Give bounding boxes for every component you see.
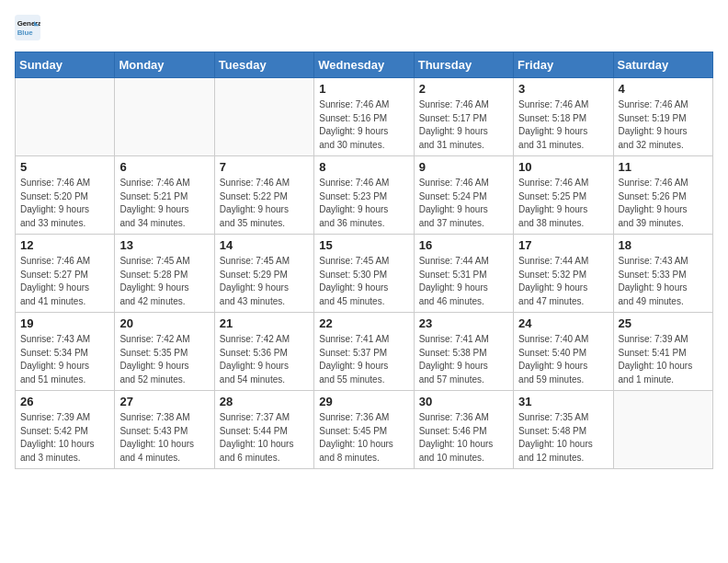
day-detail: Sunrise: 7:35 AM Sunset: 5:48 PM Dayligh… (518, 411, 608, 465)
day-detail: Sunrise: 7:45 AM Sunset: 5:30 PM Dayligh… (319, 255, 408, 308)
calendar-cell: 6Sunrise: 7:46 AM Sunset: 5:21 PM Daylig… (115, 156, 214, 235)
day-number: 24 (518, 316, 608, 330)
calendar-cell: 4Sunrise: 7:46 AM Sunset: 5:19 PM Daylig… (613, 78, 712, 156)
day-detail: Sunrise: 7:46 AM Sunset: 5:25 PM Dayligh… (518, 177, 608, 230)
day-detail: Sunrise: 7:44 AM Sunset: 5:32 PM Dayligh… (518, 255, 608, 308)
calendar-cell: 19Sunrise: 7:43 AM Sunset: 5:34 PM Dayli… (16, 313, 115, 391)
day-number: 19 (20, 316, 109, 330)
day-header-friday: Friday (514, 52, 613, 78)
day-header-tuesday: Tuesday (214, 52, 313, 78)
calendar-cell: 1Sunrise: 7:46 AM Sunset: 5:16 PM Daylig… (314, 78, 414, 156)
day-number: 26 (20, 395, 109, 408)
day-number: 6 (119, 160, 209, 174)
calendar-week-row: 5Sunrise: 7:46 AM Sunset: 5:20 PM Daylig… (16, 156, 713, 235)
day-number: 29 (319, 395, 408, 408)
day-number: 15 (319, 238, 408, 252)
day-header-thursday: Thursday (414, 52, 513, 78)
day-detail: Sunrise: 7:46 AM Sunset: 5:20 PM Dayligh… (20, 177, 109, 230)
day-detail: Sunrise: 7:37 AM Sunset: 5:44 PM Dayligh… (220, 411, 309, 465)
day-detail: Sunrise: 7:39 AM Sunset: 5:42 PM Dayligh… (20, 411, 109, 465)
calendar-cell: 11Sunrise: 7:46 AM Sunset: 5:26 PM Dayli… (613, 156, 712, 235)
day-detail: Sunrise: 7:45 AM Sunset: 5:29 PM Dayligh… (220, 255, 309, 308)
day-number: 1 (319, 82, 408, 96)
calendar-cell: 9Sunrise: 7:46 AM Sunset: 5:24 PM Daylig… (414, 156, 513, 235)
day-detail: Sunrise: 7:46 AM Sunset: 5:21 PM Dayligh… (119, 177, 209, 230)
day-number: 25 (619, 316, 708, 330)
calendar-cell: 22Sunrise: 7:41 AM Sunset: 5:37 PM Dayli… (314, 313, 414, 391)
day-header-saturday: Saturday (613, 52, 712, 78)
calendar-cell: 24Sunrise: 7:40 AM Sunset: 5:40 PM Dayli… (514, 313, 613, 391)
calendar-cell: 12Sunrise: 7:46 AM Sunset: 5:27 PM Dayli… (16, 235, 115, 313)
day-detail: Sunrise: 7:41 AM Sunset: 5:38 PM Dayligh… (419, 333, 508, 386)
calendar-cell: 23Sunrise: 7:41 AM Sunset: 5:38 PM Dayli… (414, 313, 513, 391)
calendar-week-row: 19Sunrise: 7:43 AM Sunset: 5:34 PM Dayli… (16, 313, 713, 391)
day-detail: Sunrise: 7:43 AM Sunset: 5:33 PM Dayligh… (619, 255, 708, 308)
calendar-cell: 25Sunrise: 7:39 AM Sunset: 5:41 PM Dayli… (613, 313, 712, 391)
day-detail: Sunrise: 7:44 AM Sunset: 5:31 PM Dayligh… (419, 255, 508, 308)
day-detail: Sunrise: 7:42 AM Sunset: 5:35 PM Dayligh… (119, 333, 209, 386)
calendar-cell: 28Sunrise: 7:37 AM Sunset: 5:44 PM Dayli… (214, 391, 313, 469)
calendar-cell (115, 78, 214, 156)
day-number: 28 (220, 395, 309, 408)
day-detail: Sunrise: 7:46 AM Sunset: 5:18 PM Dayligh… (518, 98, 608, 152)
calendar-week-row: 26Sunrise: 7:39 AM Sunset: 5:42 PM Dayli… (16, 391, 713, 469)
logo-icon: General Blue (15, 15, 40, 40)
calendar-cell: 18Sunrise: 7:43 AM Sunset: 5:33 PM Dayli… (613, 235, 712, 313)
calendar-cell: 13Sunrise: 7:45 AM Sunset: 5:28 PM Dayli… (115, 235, 214, 313)
day-number: 31 (518, 395, 608, 408)
svg-text:Blue: Blue (17, 29, 34, 37)
day-detail: Sunrise: 7:46 AM Sunset: 5:23 PM Dayligh… (319, 177, 408, 230)
calendar-cell (613, 391, 712, 469)
calendar-cell: 20Sunrise: 7:42 AM Sunset: 5:35 PM Dayli… (115, 313, 214, 391)
day-number: 3 (518, 82, 608, 96)
calendar-cell: 21Sunrise: 7:42 AM Sunset: 5:36 PM Dayli… (214, 313, 313, 391)
day-number: 23 (419, 316, 508, 330)
calendar-header-row: SundayMondayTuesdayWednesdayThursdayFrid… (16, 52, 713, 78)
day-header-monday: Monday (115, 52, 214, 78)
day-detail: Sunrise: 7:46 AM Sunset: 5:19 PM Dayligh… (619, 98, 708, 152)
svg-text:General: General (17, 19, 40, 28)
day-number: 2 (419, 82, 508, 96)
day-header-sunday: Sunday (16, 52, 115, 78)
day-detail: Sunrise: 7:46 AM Sunset: 5:17 PM Dayligh… (419, 98, 508, 152)
calendar-cell: 26Sunrise: 7:39 AM Sunset: 5:42 PM Dayli… (16, 391, 115, 469)
day-number: 27 (119, 395, 209, 408)
day-detail: Sunrise: 7:45 AM Sunset: 5:28 PM Dayligh… (119, 255, 209, 308)
calendar-cell: 29Sunrise: 7:36 AM Sunset: 5:45 PM Dayli… (314, 391, 414, 469)
calendar-cell (214, 78, 313, 156)
day-number: 20 (119, 316, 209, 330)
calendar-cell: 3Sunrise: 7:46 AM Sunset: 5:18 PM Daylig… (514, 78, 613, 156)
day-header-wednesday: Wednesday (314, 52, 414, 78)
day-number: 21 (220, 316, 309, 330)
day-detail: Sunrise: 7:46 AM Sunset: 5:22 PM Dayligh… (220, 177, 309, 230)
day-number: 16 (419, 238, 508, 252)
day-number: 30 (419, 395, 508, 408)
day-number: 10 (518, 160, 608, 174)
calendar-cell: 5Sunrise: 7:46 AM Sunset: 5:20 PM Daylig… (16, 156, 115, 235)
calendar-table: SundayMondayTuesdayWednesdayThursdayFrid… (15, 52, 713, 469)
day-number: 8 (319, 160, 408, 174)
calendar-week-row: 1Sunrise: 7:46 AM Sunset: 5:16 PM Daylig… (16, 78, 713, 156)
day-detail: Sunrise: 7:43 AM Sunset: 5:34 PM Dayligh… (20, 333, 109, 386)
day-number: 13 (119, 238, 209, 252)
day-detail: Sunrise: 7:42 AM Sunset: 5:36 PM Dayligh… (220, 333, 309, 386)
day-detail: Sunrise: 7:46 AM Sunset: 5:16 PM Dayligh… (319, 98, 408, 152)
calendar-cell: 27Sunrise: 7:38 AM Sunset: 5:43 PM Dayli… (115, 391, 214, 469)
day-detail: Sunrise: 7:41 AM Sunset: 5:37 PM Dayligh… (319, 333, 408, 386)
calendar-cell: 10Sunrise: 7:46 AM Sunset: 5:25 PM Dayli… (514, 156, 613, 235)
calendar-week-row: 12Sunrise: 7:46 AM Sunset: 5:27 PM Dayli… (16, 235, 713, 313)
day-number: 17 (518, 238, 608, 252)
day-number: 7 (220, 160, 309, 174)
calendar-cell: 2Sunrise: 7:46 AM Sunset: 5:17 PM Daylig… (414, 78, 513, 156)
day-number: 14 (220, 238, 309, 252)
day-detail: Sunrise: 7:46 AM Sunset: 5:24 PM Dayligh… (419, 177, 508, 230)
logo: General Blue (15, 15, 44, 40)
day-number: 12 (20, 238, 109, 252)
page-header: General Blue (15, 15, 713, 40)
calendar-cell: 16Sunrise: 7:44 AM Sunset: 5:31 PM Dayli… (414, 235, 513, 313)
calendar-cell: 30Sunrise: 7:36 AM Sunset: 5:46 PM Dayli… (414, 391, 513, 469)
day-number: 22 (319, 316, 408, 330)
calendar-cell: 17Sunrise: 7:44 AM Sunset: 5:32 PM Dayli… (514, 235, 613, 313)
day-detail: Sunrise: 7:36 AM Sunset: 5:46 PM Dayligh… (419, 411, 508, 465)
calendar-cell: 15Sunrise: 7:45 AM Sunset: 5:30 PM Dayli… (314, 235, 414, 313)
